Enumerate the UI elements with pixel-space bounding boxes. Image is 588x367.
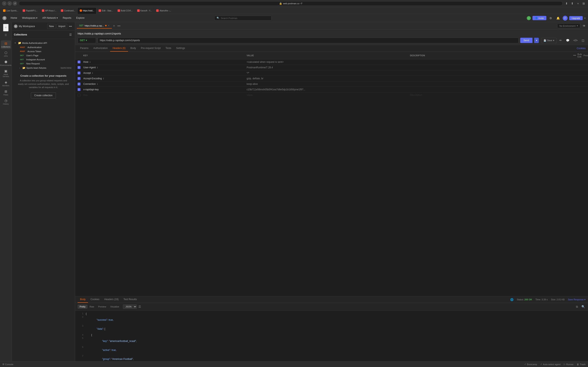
rail-monitors[interactable]: ◈ Monitors <box>1 79 11 88</box>
request-new-request[interactable]: GET New Request <box>13 62 73 66</box>
format-tab-raw[interactable]: Raw <box>87 305 96 309</box>
console-button[interactable]: ⊞ Console <box>2 363 13 366</box>
environment-selector[interactable]: No Environment ▾ <box>557 24 580 28</box>
rail-collections[interactable]: ⊟ Collections <box>1 40 11 49</box>
search-bar[interactable]: 🔍 Search Postman <box>214 16 272 20</box>
checkbox-accept-encoding[interactable] <box>78 77 80 80</box>
browser-tab-9[interactable]: Alamofire -... <box>154 7 173 14</box>
reload-button[interactable]: ↺ <box>13 1 17 6</box>
sidebar-filter-button[interactable]: ☰ <box>68 32 73 37</box>
response-tab-cookies[interactable]: Cookies <box>88 296 102 303</box>
copy-response-button[interactable]: ⧉ <box>575 304 579 309</box>
tab-close-button[interactable]: ✕ <box>108 25 109 27</box>
tab-pre-request-script[interactable]: Pre-request Script <box>138 45 163 52</box>
share-button[interactable]: ⬆ <box>570 1 575 6</box>
forward-button[interactable]: › <box>7 1 12 6</box>
browser-tab-5[interactable]: https://odd... <box>77 7 96 14</box>
response-tab-test-results[interactable]: Test Results <box>121 296 139 303</box>
rail-history[interactable]: ◷ History <box>1 98 11 106</box>
bootcamp-button[interactable]: ✓ Bootcamp <box>524 363 537 366</box>
save-button[interactable]: 💾 Save ▾ <box>541 38 557 43</box>
tab-more-button[interactable]: ••• <box>116 24 122 27</box>
response-tab-headers[interactable]: Headers (19) <box>102 296 121 303</box>
request-access-token[interactable]: POST Access Token <box>13 49 73 53</box>
back-button[interactable]: ‹ <box>2 1 7 6</box>
rail-add-button[interactable]: + <box>3 24 9 31</box>
info-icon-connection[interactable]: ℹ <box>97 83 98 85</box>
tab-authorization[interactable]: Authorization <box>91 45 110 52</box>
description-new[interactable]: Description <box>410 94 573 96</box>
rail-apis[interactable]: ⬡ APIs <box>1 50 11 58</box>
checkbox-user-agent[interactable] <box>78 66 80 69</box>
settings-button[interactable]: ⚙ <box>548 15 554 21</box>
collection-item[interactable]: ▾ 📁 Media Authentication API POST Authen… <box>13 41 73 70</box>
eye-icon[interactable]: 👁 <box>582 24 586 28</box>
create-collection-button[interactable]: Create collection <box>31 92 56 99</box>
collection-header[interactable]: ▾ 📁 Media Authentication API <box>13 41 73 45</box>
right-panel-toggle[interactable]: ◫ <box>580 38 586 43</box>
sidebar-more-button[interactable]: ••• <box>68 24 73 29</box>
request-users-page[interactable]: GET User's Page <box>13 53 73 58</box>
nav-api-network[interactable]: API Network ▾ <box>40 14 60 22</box>
browser-tab-1[interactable]: Live Sports... <box>1 7 20 14</box>
new-button[interactable]: New <box>47 24 56 29</box>
tab-body[interactable]: Body <box>128 45 138 52</box>
header-more-icon[interactable]: ••• <box>573 54 576 57</box>
trash-button[interactable]: 🗑 Trash <box>577 363 586 366</box>
browser-tab-6[interactable]: Edit - Stac... <box>96 7 115 14</box>
checkbox-connection[interactable] <box>78 83 80 85</box>
notifications-button[interactable]: 🔔 <box>555 15 561 21</box>
tab-params[interactable]: Params <box>78 45 91 52</box>
checkbox-host[interactable] <box>78 60 80 63</box>
browser-tab-3[interactable]: API Keys /... <box>40 7 59 14</box>
cookies-link[interactable]: Cookies <box>577 47 586 50</box>
tab-headers[interactable]: Headers (6) <box>110 45 128 52</box>
browser-tab-7[interactable]: Build COVI... <box>115 7 135 14</box>
url-input-field[interactable] <box>98 38 519 43</box>
rail-filter-button[interactable]: ☰ <box>3 32 9 38</box>
invite-button[interactable]: 👤 Invite <box>532 16 546 20</box>
checkbox-accept[interactable] <box>78 72 80 75</box>
nav-explore[interactable]: Explore <box>74 14 87 22</box>
comment-button[interactable]: 💬 <box>565 38 571 43</box>
format-icon-button[interactable]: ☰ <box>138 305 141 308</box>
tab-settings[interactable]: Settings <box>174 45 187 52</box>
info-icon-host[interactable]: ℹ <box>90 61 90 63</box>
browser-tab-8[interactable]: Kavsoft - Y... <box>135 7 154 14</box>
request-authentication[interactable]: POST Authentication <box>13 45 73 49</box>
user-profile-icon[interactable]: P <box>563 16 568 21</box>
info-icon-accept[interactable]: ℹ <box>92 72 93 75</box>
download-button[interactable]: ⬇ <box>564 1 569 6</box>
code-button[interactable]: </> <box>572 38 579 43</box>
import-button[interactable]: Import <box>57 24 67 29</box>
browser-tab-2[interactable]: RapidAPI |... <box>20 7 40 14</box>
save-response-button[interactable]: Save Response ▾ <box>568 298 586 301</box>
bulk-edit-button[interactable]: Bulk Edit <box>578 53 582 58</box>
format-tab-visualize[interactable]: Visualize <box>108 305 121 309</box>
send-dropdown-button[interactable]: ▾ <box>534 38 539 43</box>
info-icon-user-agent[interactable]: ℹ <box>97 66 98 69</box>
format-tab-preview[interactable]: Preview <box>96 305 108 309</box>
upgrade-button[interactable]: Upgrade <box>569 16 583 20</box>
presets-button[interactable]: Presets ▾ <box>584 54 588 57</box>
method-select[interactable]: GET ▾ <box>78 38 96 43</box>
key-new[interactable]: Key <box>83 94 247 96</box>
tab-tests[interactable]: Tests <box>163 45 174 52</box>
browser-tab-4[interactable]: Continued... <box>59 7 77 14</box>
format-select-dropdown[interactable]: JSON XML Text <box>123 304 137 309</box>
request-tab-active[interactable]: GET https://odds.p.rap... ✕ <box>77 23 112 29</box>
new-tab-button[interactable]: + <box>576 1 580 6</box>
runner-button[interactable]: ▷ Runner <box>564 363 573 366</box>
rail-mock-servers[interactable]: ▣ Mock Servers <box>1 68 11 79</box>
format-tab-pretty[interactable]: Pretty <box>78 305 87 309</box>
response-tab-body[interactable]: Body <box>78 296 88 303</box>
tab-grid-button[interactable]: ⊞ <box>581 1 586 6</box>
address-bar[interactable]: 🔒 web.postman.co ↺ <box>19 1 563 6</box>
subfolder-sports-fixtures[interactable]: › 📂 Sports team fixtures Sports Arena <box>13 66 73 70</box>
checkbox-api-key[interactable] <box>78 88 80 91</box>
rail-flows[interactable]: ⊞ Flows <box>1 88 11 97</box>
info-icon-accept-encoding[interactable]: ℹ <box>103 77 104 80</box>
request-instagram-account[interactable]: GET Instagram Account <box>13 58 73 62</box>
nav-reports[interactable]: Reports <box>60 14 74 22</box>
search-response-button[interactable]: 🔍 <box>581 304 586 309</box>
